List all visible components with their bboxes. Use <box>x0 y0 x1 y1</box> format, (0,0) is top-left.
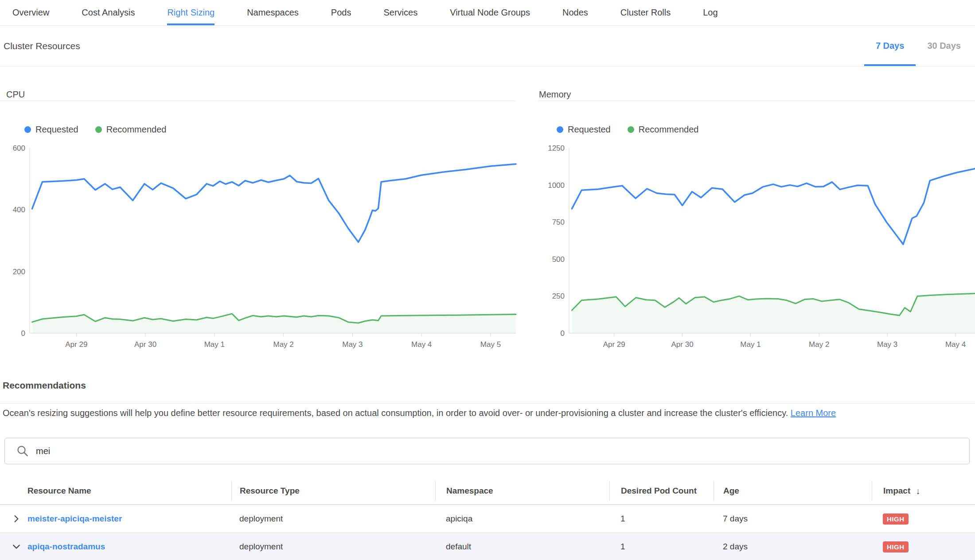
description-text: Ocean's resizing suggestions will help y… <box>3 408 788 418</box>
svg-text:Apr 30: Apr 30 <box>671 340 694 349</box>
svg-text:400: 400 <box>13 206 25 214</box>
cpu-chart-title: CPU <box>6 89 25 100</box>
memory-line-chart: 025050075010001250Apr 29Apr 30May 1May 2… <box>538 142 975 350</box>
legend-label: Recommended <box>639 124 699 135</box>
nav-tabbar: Overview Cost Analysis Right Sizing Name… <box>0 0 975 26</box>
tab-cluster-rolls[interactable]: Cluster Rolls <box>620 0 671 25</box>
recommendations-title: Recommendations <box>3 380 86 391</box>
cpu-legend: Requested Recommended <box>24 124 166 135</box>
resource-type-cell: deployment <box>231 505 435 533</box>
svg-text:May 3: May 3 <box>877 340 897 349</box>
search-icon <box>16 445 29 457</box>
tab-cost-analysis[interactable]: Cost Analysis <box>82 0 135 25</box>
impact-badge-high: HIGH <box>883 541 909 552</box>
recommended-dot-icon <box>628 126 634 133</box>
svg-text:May 2: May 2 <box>273 340 293 349</box>
svg-text:600: 600 <box>13 144 25 152</box>
svg-text:1250: 1250 <box>548 144 565 152</box>
svg-text:May 4: May 4 <box>945 340 966 349</box>
search-bar <box>4 438 970 464</box>
cpu-line-chart: 0200400600Apr 29Apr 30May 1May 2May 3May… <box>0 142 519 350</box>
svg-text:500: 500 <box>552 255 565 264</box>
tab-namespaces[interactable]: Namespaces <box>247 0 299 25</box>
cpu-title-divider <box>0 101 516 101</box>
resource-type-cell: deployment <box>231 533 435 560</box>
tab-overview[interactable]: Overview <box>12 0 49 25</box>
namespace-cell: default <box>435 533 609 560</box>
column-header-namespace[interactable]: Namespace <box>435 481 609 501</box>
recommended-dot-icon <box>95 126 102 133</box>
legend-item-recommended[interactable]: Recommended <box>95 124 167 135</box>
svg-text:May 1: May 1 <box>740 340 760 349</box>
svg-text:750: 750 <box>552 218 565 226</box>
svg-text:Apr 29: Apr 29 <box>65 340 87 349</box>
tab-nodes[interactable]: Nodes <box>562 0 588 25</box>
requested-dot-icon <box>24 126 31 133</box>
svg-text:0: 0 <box>21 329 25 338</box>
svg-text:200: 200 <box>13 268 25 276</box>
svg-text:May 5: May 5 <box>480 340 501 349</box>
legend-label: Requested <box>568 124 611 135</box>
svg-text:Apr 30: Apr 30 <box>134 340 156 349</box>
column-header-resource-name[interactable]: Resource Name <box>0 481 231 501</box>
recommendations-description: Ocean's resizing suggestions will help y… <box>3 408 973 418</box>
column-header-impact[interactable]: Impact ↓ <box>872 481 975 501</box>
chevron-right-icon[interactable] <box>12 515 20 523</box>
svg-text:250: 250 <box>552 292 565 300</box>
legend-label: Requested <box>35 124 78 135</box>
legend-item-requested[interactable]: Requested <box>557 124 611 135</box>
memory-chart-title: Memory <box>539 89 571 100</box>
learn-more-link[interactable]: Learn More <box>791 408 836 418</box>
chevron-down-icon[interactable] <box>12 543 20 551</box>
tab-virtual-node-groups[interactable]: Virtual Node Groups <box>450 0 530 25</box>
range-tab-30-days[interactable]: 30 Days <box>916 26 972 66</box>
tab-services[interactable]: Services <box>383 0 417 25</box>
legend-item-recommended[interactable]: Recommended <box>628 124 699 135</box>
page-title: Cluster Resources <box>0 41 80 51</box>
cluster-resources-header: Cluster Resources 7 Days 30 Days <box>0 26 975 66</box>
table-row-expanded[interactable]: apiqa-nostradamus deployment default 1 2… <box>0 533 975 560</box>
right-sizing-page: Overview Cost Analysis Right Sizing Name… <box>0 0 975 560</box>
column-header-age[interactable]: Age <box>714 481 872 501</box>
resource-name-link[interactable]: meister-apiciqa-meister <box>27 514 122 524</box>
column-header-desired-pod-count[interactable]: Desired Pod Count <box>609 481 714 501</box>
resource-name-link[interactable]: apiqa-nostradamus <box>27 542 105 552</box>
table-header-row: Resource Name Resource Type Namespace De… <box>0 481 975 501</box>
tab-pods[interactable]: Pods <box>331 0 351 25</box>
column-label: Impact <box>883 486 910 496</box>
sort-desc-icon[interactable]: ↓ <box>916 486 920 496</box>
svg-text:May 3: May 3 <box>342 340 363 349</box>
recommendations-divider <box>0 403 975 404</box>
requested-dot-icon <box>557 126 563 133</box>
impact-badge-high: HIGH <box>883 513 909 525</box>
table-row[interactable]: meister-apiciqa-meister deployment apici… <box>0 505 975 533</box>
legend-item-requested[interactable]: Requested <box>24 124 78 135</box>
age-cell: 2 days <box>714 533 872 560</box>
svg-text:May 2: May 2 <box>809 340 829 349</box>
legend-label: Recommended <box>106 124 167 135</box>
desired-pod-count-cell: 1 <box>609 533 714 560</box>
svg-text:1000: 1000 <box>548 181 565 190</box>
namespace-cell: apiciqa <box>435 505 609 533</box>
search-input[interactable] <box>36 438 969 464</box>
tab-right-sizing[interactable]: Right Sizing <box>167 0 214 25</box>
svg-text:May 4: May 4 <box>411 340 432 349</box>
desired-pod-count-cell: 1 <box>609 505 714 533</box>
range-tab-7-days[interactable]: 7 Days <box>864 26 916 66</box>
time-range-toggle: 7 Days 30 Days <box>864 26 972 66</box>
svg-text:0: 0 <box>561 329 565 338</box>
column-header-resource-type[interactable]: Resource Type <box>231 481 435 501</box>
tab-log[interactable]: Log <box>703 0 718 25</box>
svg-text:Apr 29: Apr 29 <box>603 340 625 349</box>
svg-text:May 1: May 1 <box>204 340 225 349</box>
age-cell: 7 days <box>714 505 872 533</box>
memory-title-divider <box>538 101 975 101</box>
memory-legend: Requested Recommended <box>557 124 698 135</box>
